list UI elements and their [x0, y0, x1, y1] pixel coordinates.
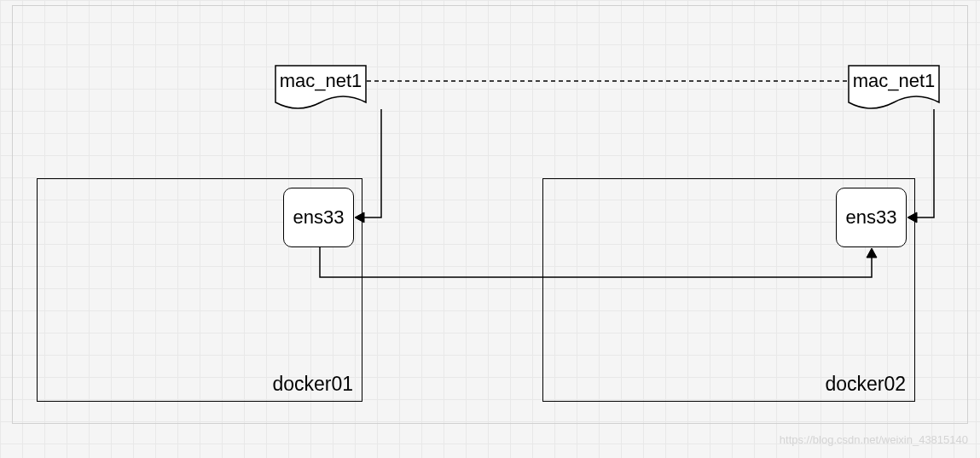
connector-ens-to-ens: [319, 247, 882, 290]
doc-node-label: mac_net1: [848, 70, 940, 92]
doc-node-macnet-right: mac_net1: [848, 65, 940, 109]
connector-macnet-to-ens-right: [907, 109, 958, 229]
ens-label: ens33: [846, 206, 897, 229]
connector-macnet-to-ens-left: [354, 109, 405, 229]
watermark: https://blog.csdn.net/weixin_43815140: [780, 433, 968, 446]
ens-box-right: ens33: [836, 188, 907, 247]
host-label: docker02: [825, 373, 906, 396]
host-label: docker01: [272, 373, 353, 396]
diagram-canvas: mac_net1 mac_net1 docker01 docker02 ens3…: [0, 0, 980, 458]
doc-node-label: mac_net1: [275, 70, 367, 92]
ens-label: ens33: [293, 206, 345, 229]
ens-box-left: ens33: [283, 188, 354, 247]
connector-macnet-dashed: [367, 77, 848, 85]
doc-node-macnet-left: mac_net1: [275, 65, 367, 109]
